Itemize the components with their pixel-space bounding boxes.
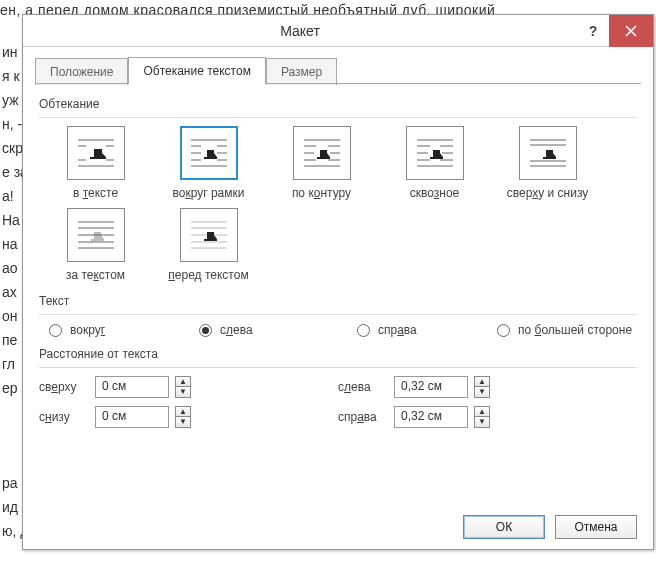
input-distance-top[interactable]: 0 см <box>95 376 169 398</box>
input-distance-left[interactable]: 0,32 см <box>394 376 468 398</box>
titlebar: Макет ? <box>23 15 653 47</box>
close-button[interactable] <box>609 15 653 47</box>
wrap-option-square[interactable]: вокруг рамки <box>152 126 265 200</box>
wrap-option-in-front-of-text[interactable]: перед текстом <box>152 208 265 282</box>
input-distance-right[interactable]: 0,32 см <box>394 406 468 428</box>
spin-up-icon[interactable]: ▲ <box>175 406 191 417</box>
text-section-title: Текст <box>39 294 637 308</box>
tab-position[interactable]: Положение <box>35 58 128 85</box>
wrap-option-tight[interactable]: по контуру <box>265 126 378 200</box>
spin-up-icon[interactable]: ▲ <box>474 406 490 417</box>
spin-down-icon[interactable]: ▼ <box>175 417 191 428</box>
wrap-option-inline[interactable]: в тексте <box>39 126 152 200</box>
label-distance-right: справа <box>338 410 394 424</box>
label-distance-top: сверху <box>39 380 95 394</box>
wrapping-section-title: Обтекание <box>39 97 637 111</box>
tab-size[interactable]: Размер <box>266 58 337 85</box>
distance-section-title: Расстояние от текста <box>39 347 637 361</box>
spin-down-icon[interactable]: ▼ <box>474 387 490 398</box>
layout-dialog: Макет ? Положение Обтекание текстом Разм… <box>22 14 654 550</box>
tab-text-wrapping[interactable]: Обтекание текстом <box>128 57 265 84</box>
spin-up-icon[interactable]: ▲ <box>474 376 490 387</box>
wrap-option-behind-text[interactable]: за текстом <box>39 208 152 282</box>
radio-wrap-both-sides[interactable]: вокруг <box>49 323 199 337</box>
cancel-button[interactable]: Отмена <box>555 515 637 539</box>
spin-down-icon[interactable]: ▼ <box>474 417 490 428</box>
spin-up-icon[interactable]: ▲ <box>175 376 191 387</box>
wrapping-style-grid: в тексте вокруг рамки по контуру сквозно… <box>39 126 637 290</box>
radio-wrap-left[interactable]: слева <box>199 323 357 337</box>
label-distance-bottom: снизу <box>39 410 95 424</box>
radio-wrap-right[interactable]: справа <box>357 323 497 337</box>
input-distance-bottom[interactable]: 0 см <box>95 406 169 428</box>
wrap-option-top-and-bottom[interactable]: сверху и снизу <box>491 126 604 200</box>
wrap-option-through[interactable]: сквозное <box>378 126 491 200</box>
help-button[interactable]: ? <box>577 15 609 47</box>
tab-bar: Положение Обтекание текстом Размер <box>23 47 653 84</box>
dialog-title: Макет <box>23 23 577 39</box>
ok-button[interactable]: ОК <box>463 515 545 539</box>
radio-wrap-largest[interactable]: по большей стороне <box>497 323 632 337</box>
spin-down-icon[interactable]: ▼ <box>175 387 191 398</box>
label-distance-left: слева <box>338 380 394 394</box>
close-icon <box>625 25 637 37</box>
